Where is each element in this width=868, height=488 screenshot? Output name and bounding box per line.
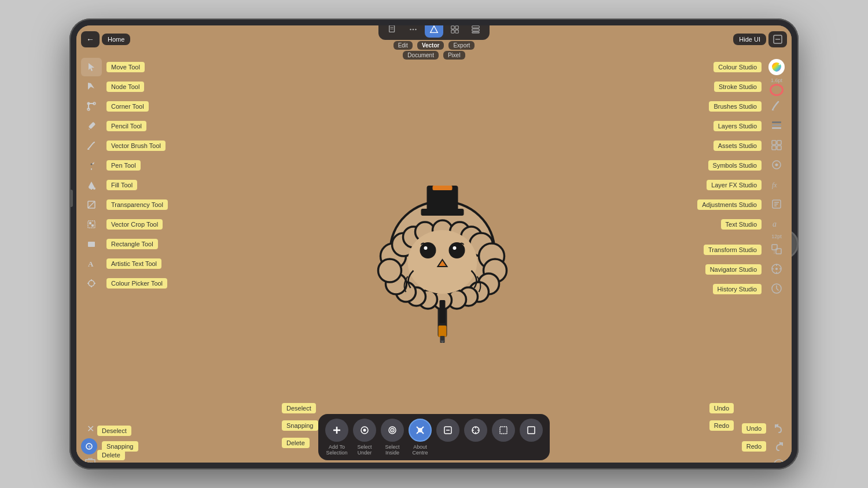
vector-crop-tool-wrapper: Vector Crop Tool [81,215,102,234]
tab-document[interactable]: Document [403,51,439,60]
ui-toggle-icon[interactable] [768,31,787,47]
brushes-studio-icon[interactable] [770,99,783,114]
svg-point-28 [424,246,428,250]
extra-btn-2[interactable] [464,419,487,442]
svg-rect-33 [433,186,453,190]
svg-point-40 [415,29,417,31]
navigator-studio-wrapper: Navigator Studio [766,260,787,279]
home-button-top[interactable]: Home [102,34,130,45]
artistic-text-tool-wrapper: A Artistic Text Tool [81,254,102,273]
symbols-studio-icon[interactable] [770,158,783,173]
layers-studio-icon[interactable] [770,119,783,134]
select-under-btn[interactable] [353,419,376,442]
svg-rect-45 [451,30,454,33]
pencil-tool[interactable] [81,117,102,135]
delete-icon[interactable] [85,457,95,463]
top-toolbar-icons [378,25,490,40]
svg-text:?: ? [777,461,781,463]
affinity-icon-btn[interactable] [425,25,443,38]
svg-rect-82 [777,146,781,150]
colour-indicator[interactable] [768,59,785,75]
mode-tabs: Edit Vector Export [393,41,475,50]
rectangle-tool[interactable] [81,235,102,253]
history-studio-icon[interactable] [770,282,783,297]
extra-btn-1[interactable] [436,419,459,442]
right-panel: Colour Studio 1.6pt Stroke Studio Brushe… [762,53,792,463]
sub-tabs: Document Pixel [403,51,465,60]
add-to-selection-btn[interactable] [325,419,348,442]
top-right-controls: Hide UI [733,31,787,47]
about-centre-btn[interactable] [409,419,432,442]
tablet-frame: ← Home [69,19,799,469]
svg-rect-48 [472,29,479,31]
svg-text:a: a [773,220,777,228]
undo-icon[interactable] [771,420,787,437]
svg-rect-47 [472,26,479,28]
select-under-label: Select Under [353,444,376,456]
stroke-studio-wrapper: 1.6pt Stroke Studio [766,77,787,96]
undo-wrapper: Undo [771,420,787,437]
delete-floating-label: Delete [282,438,310,448]
tab-export[interactable]: Export [448,41,475,50]
grid-icon-btn[interactable] [446,25,464,38]
tab-edit[interactable]: Edit [393,41,413,50]
brushes-studio-wrapper: Brushes Studio [766,97,787,116]
svg-point-38 [410,29,411,31]
transform-studio-icon[interactable] [770,243,783,257]
svg-rect-125 [528,427,535,434]
adjustments-studio-icon[interactable] [770,198,783,212]
pen-tool[interactable] [81,156,102,175]
text-studio-icon[interactable]: a [770,217,783,232]
snapping-icon[interactable]: ? [81,438,97,454]
assets-studio-icon[interactable] [770,139,783,153]
delete-label: Delete [97,450,125,460]
redo-icon[interactable] [771,438,787,454]
selection-tools-panel: Add To Selection Select Under Select Ins… [318,414,550,460]
transparency-tool[interactable] [81,195,102,214]
extra-btn-3[interactable] [492,419,515,442]
help-icon[interactable]: ? [771,456,787,463]
vector-crop-tool[interactable] [81,215,102,234]
fill-tool[interactable] [81,176,102,194]
tab-pixel[interactable]: Pixel [443,51,465,60]
deselect-label: Deselect [97,426,131,436]
close-icon[interactable]: ✕ [87,423,94,434]
svg-text:fx: fx [772,181,777,189]
svg-rect-66 [89,222,91,224]
svg-point-24 [378,259,402,282]
select-inside-btn[interactable] [381,419,404,442]
svg-marker-52 [89,63,94,71]
corner-tool[interactable] [81,97,102,116]
stroke-indicator-circle[interactable] [770,84,784,96]
tab-vector[interactable]: Vector [417,41,444,50]
more-icon-btn[interactable] [404,25,422,38]
node-tool[interactable] [81,77,102,96]
svg-marker-58 [89,128,90,130]
artistic-text-tool[interactable]: A [81,254,102,273]
svg-line-75 [779,62,781,65]
transform-studio-wrapper: Transform Studio [766,241,787,259]
navigator-studio-icon[interactable] [770,263,783,277]
undo-floating-label: Undo [709,403,734,413]
move-tool[interactable] [81,58,102,76]
transparency-tool-wrapper: Transparency Tool [81,195,102,214]
svg-point-59 [91,164,93,165]
extra-btn-4[interactable] [520,419,543,442]
left-panel: Move Tool Node Tool Corner Tool [76,53,106,463]
layer-fx-studio-wrapper: fx Layer FX Studio [766,176,787,194]
svg-point-27 [449,242,465,258]
svg-rect-77 [772,124,781,126]
history-studio-wrapper: History Studio [766,280,787,298]
colour-picker-tool[interactable] [81,274,102,293]
bottom-left-controls: ✕ ? Snapping Deselect [81,420,100,463]
document-icon-btn[interactable] [383,25,402,38]
hide-ui-button[interactable]: Hide UI [733,34,766,45]
vector-brush-tool[interactable] [81,136,102,155]
layer-fx-studio-icon[interactable]: fx [770,178,783,193]
svg-rect-57 [89,122,96,130]
view-icon-btn[interactable] [466,25,485,38]
top-toolbar: ← Home [76,25,792,53]
delete-text: Delete [282,438,310,448]
svg-rect-124 [500,427,507,434]
back-button[interactable]: ← [81,31,100,47]
